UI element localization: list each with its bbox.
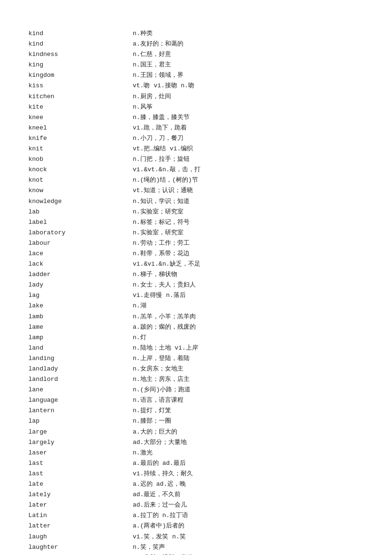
list-item: knifen.小刀，刀，餐刀 xyxy=(28,133,364,144)
definition: n.女房东；女地主 xyxy=(133,364,364,374)
list-item: kissvt.吻 vi.接吻 n.吻 xyxy=(28,81,364,91)
list-item: laken.湖 xyxy=(28,301,364,311)
definition: ad.最近，不久前 xyxy=(133,490,364,500)
list-item: knotn.(绳的)结，(树的)节 xyxy=(28,175,364,185)
word: late xyxy=(28,479,133,490)
word: laughter xyxy=(28,542,133,553)
definition: n.女士，夫人；贵妇人 xyxy=(133,280,364,290)
definition: vi.笑，发笑 n.笑 xyxy=(133,532,364,542)
word: kind xyxy=(28,28,133,39)
list-item: knockvi.&vt.&n.敲，击，打 xyxy=(28,165,364,175)
list-item: lagvi.走得慢 n.落后 xyxy=(28,290,364,301)
word: Latin xyxy=(28,510,133,521)
list-item: languagen.语言，语言课程 xyxy=(28,395,364,406)
word: kindness xyxy=(28,49,133,60)
word: king xyxy=(28,60,133,70)
list-item: landladyn.女房东；女地主 xyxy=(28,364,364,374)
word: knife xyxy=(28,133,133,144)
definition: a.迟的 ad.迟，晚 xyxy=(133,479,364,490)
word: lame xyxy=(28,322,133,333)
list-item: laddern.梯子，梯状物 xyxy=(28,269,364,280)
word: knock xyxy=(28,165,133,175)
list-item: largea.大的；巨大的 xyxy=(28,427,364,437)
list-item: lanternn.提灯，灯笼 xyxy=(28,406,364,416)
definition: n.鞋带，系带；花边 xyxy=(133,249,364,259)
word: lap xyxy=(28,416,133,426)
definition: vt.知道；认识；通晓 xyxy=(133,185,364,196)
word: landing xyxy=(28,353,133,364)
definition: n.笑，笑声 xyxy=(133,542,364,553)
word: lace xyxy=(28,249,133,259)
word: knit xyxy=(28,144,133,154)
word: knowledge xyxy=(28,196,133,207)
list-item: landlordn.地主；房东，店主 xyxy=(28,374,364,385)
definition: n.实验室，研究室 xyxy=(133,228,364,238)
word: know xyxy=(28,185,133,196)
definition: n.厨房，灶间 xyxy=(133,92,364,102)
word: later xyxy=(28,500,133,510)
list-item: lattera.(两者中)后者的 xyxy=(28,521,364,531)
definition: ad.后来；过一会儿 xyxy=(133,500,364,510)
list-item: lacen.鞋带，系带；花边 xyxy=(28,249,364,259)
word: lab xyxy=(28,207,133,217)
definition: vt.发射，投射；发动 xyxy=(133,553,364,555)
word: landlady xyxy=(28,364,133,374)
list-item: lastvi.持续，持久；耐久 xyxy=(28,469,364,479)
word: laser xyxy=(28,448,133,458)
word: largely xyxy=(28,437,133,448)
word: lamb xyxy=(28,312,133,322)
list-item: knowledgen.知识，学识；知道 xyxy=(28,196,364,207)
list-item: knitvt.把…编结 vi.编织 xyxy=(28,144,364,154)
word: kneel xyxy=(28,123,133,133)
word: kind xyxy=(28,39,133,49)
definition: a.友好的；和蔼的 xyxy=(133,39,364,49)
definition: a.最后的 ad.最后 xyxy=(133,458,364,469)
list-item: lamea.跛的；瘸的，残废的 xyxy=(28,322,364,333)
definition: n.梯子，梯状物 xyxy=(133,269,364,280)
word: landlord xyxy=(28,374,133,385)
word: knob xyxy=(28,154,133,165)
word: large xyxy=(28,427,133,437)
definition: vt.把…编结 vi.编织 xyxy=(133,144,364,154)
definition: vi.走得慢 n.落后 xyxy=(133,290,364,301)
definition: a.拉丁的 n.拉丁语 xyxy=(133,510,364,521)
definition: vi.持续，持久；耐久 xyxy=(133,469,364,479)
definition: n.门把，拉手；旋钮 xyxy=(133,154,364,165)
list-item: ladyn.女士，夫人；贵妇人 xyxy=(28,280,364,290)
list-item: kingn.国王，君主 xyxy=(28,60,364,70)
word: kite xyxy=(28,102,133,112)
word: launch xyxy=(28,553,133,555)
list-item: Latina.拉丁的 n.拉丁语 xyxy=(28,510,364,521)
word: kingdom xyxy=(28,70,133,81)
list-item: laboratoryn.实验室，研究室 xyxy=(28,228,364,238)
dictionary-entry-list: kindn.种类kinda.友好的；和蔼的kindnessn.仁慈，好意king… xyxy=(28,28,364,555)
definition: n.仁慈，好意 xyxy=(133,49,364,60)
word: kitchen xyxy=(28,92,133,102)
word: lake xyxy=(28,301,133,311)
word: latter xyxy=(28,521,133,531)
definition: n.王国；领域，界 xyxy=(133,70,364,81)
definition: ad.大部分；大量地 xyxy=(133,437,364,448)
list-item: lackvi.&vi.&n.缺乏，不足 xyxy=(28,259,364,269)
definition: n.上岸，登陆，着陆 xyxy=(133,353,364,364)
word: lag xyxy=(28,290,133,301)
definition: n.羔羊，小羊；羔羊肉 xyxy=(133,312,364,322)
list-item: knobn.门把，拉手；旋钮 xyxy=(28,154,364,165)
list-item: kitchenn.厨房，灶间 xyxy=(28,92,364,102)
definition: n.语言，语言课程 xyxy=(133,395,364,406)
definition: vt.吻 vi.接吻 n.吻 xyxy=(133,81,364,91)
list-item: landn.陆地；土地 vi.上岸 xyxy=(28,343,364,353)
definition: n.种类 xyxy=(133,28,364,39)
word: laboratory xyxy=(28,228,133,238)
word: last xyxy=(28,469,133,479)
list-item: lambn.羔羊，小羊；羔羊肉 xyxy=(28,312,364,322)
list-item: latea.迟的 ad.迟，晚 xyxy=(28,479,364,490)
list-item: kneen.膝，膝盖，膝关节 xyxy=(28,112,364,123)
word: laugh xyxy=(28,532,133,542)
list-item: kingdomn.王国；领域，界 xyxy=(28,70,364,81)
word: land xyxy=(28,343,133,353)
definition: n.陆地；土地 vi.上岸 xyxy=(133,343,364,353)
list-item: laughvi.笑，发笑 n.笑 xyxy=(28,532,364,542)
word: lately xyxy=(28,490,133,500)
definition: n.提灯，灯笼 xyxy=(133,406,364,416)
